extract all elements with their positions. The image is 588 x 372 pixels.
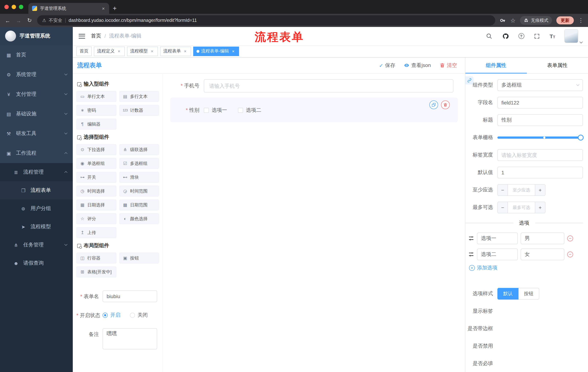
component-switch[interactable]: ⊶开关 [76,172,116,183]
sidebar-item-devtools[interactable]: ⚒ 研发工具 [0,124,73,143]
save-button[interactable]: ✓ 保存 [379,62,395,69]
font-size-icon[interactable]: TT [550,33,555,39]
drag-handle-icon[interactable] [468,252,474,257]
component-date-picker[interactable]: ▦日期选择 [76,200,116,210]
tab-close-icon[interactable]: × [100,6,106,11]
sidebar-item-task-mgmt[interactable]: ⋔ 任务管理 [0,236,73,254]
component-time-picker[interactable]: ◷时间选择 [76,186,116,197]
status-on-radio[interactable]: 开启 [103,312,120,319]
sidebar-item-process-form[interactable]: ❐ 流程表单 [0,181,73,200]
copy-field-button[interactable] [429,100,438,109]
tab-form-props[interactable]: 表单属性 [527,57,588,73]
security-label[interactable]: 不安全 [49,17,63,23]
component-checkbox-group[interactable]: ☑多选框组 [119,158,159,169]
component-time-range[interactable]: ◶时间范围 [119,186,159,197]
zoom-window-button[interactable] [19,5,23,9]
grid-slider[interactable] [497,132,583,143]
hamburger-icon[interactable] [79,34,85,38]
slider-track[interactable] [497,137,583,139]
browser-update-button[interactable]: 更新 [556,16,574,24]
option2-value-input[interactable] [521,249,564,260]
sidebar-item-process-mgmt[interactable]: ≣ 流程管理 [0,163,73,181]
tag-process-definition[interactable]: 流程定义 × [94,46,125,56]
clear-button[interactable]: 清空 [440,62,457,69]
component-slider[interactable]: ⊷滑块 [119,172,159,183]
add-option-button[interactable]: + 添加选项 [469,265,583,271]
tag-process-form[interactable]: 流程表单 × [160,46,191,56]
browser-tab[interactable]: 芋道管理系统 × [28,3,109,14]
user-menu[interactable] [564,29,582,43]
link-icon[interactable] [465,76,473,85]
tag-process-form-edit[interactable]: 流程表单-编辑 × [193,46,239,56]
close-icon[interactable]: × [149,49,155,54]
remark-textarea[interactable]: 嘿嘿 [103,328,157,350]
label-width-input[interactable] [497,149,583,161]
tag-process-model[interactable]: 流程模型 × [127,46,158,56]
gender-option2-checkbox[interactable]: 选项二 [238,107,261,114]
address-bar[interactable]: ⚠ 不安全 | dashboard.yudao.iocoder.cn/bpm/m… [37,15,495,25]
close-window-button[interactable] [4,5,9,9]
sidebar-item-home[interactable]: ▦ 首页 [0,45,73,65]
delete-field-button[interactable] [441,100,450,109]
component-single-text[interactable]: ▭单行文本 [76,91,116,102]
component-rate[interactable]: ☆评分 [76,213,116,224]
plus-button[interactable]: + [535,185,545,195]
option1-label-input[interactable] [477,233,518,244]
sidebar-item-payment[interactable]: ¥ 支付管理 [0,85,73,104]
bookmark-star-icon[interactable]: ☆ [510,17,515,24]
plus-button[interactable]: + [535,202,545,213]
view-json-button[interactable]: 查看json [404,62,431,69]
status-off-radio[interactable]: 关闭 [130,312,148,319]
remove-option-icon[interactable]: − [567,252,573,257]
component-date-range[interactable]: ▩日期范围 [119,200,159,210]
sidebar-item-infra[interactable]: ▤ 基础设施 [0,104,73,124]
component-radio-group[interactable]: ◉单选框组 [76,158,116,169]
title-input[interactable] [497,114,583,126]
help-icon[interactable]: ? [518,33,524,39]
drag-handle-icon[interactable] [468,235,474,241]
option2-label-input[interactable] [477,249,518,260]
component-multi-text[interactable]: ▤多行文本 [119,91,159,102]
component-color-picker[interactable]: ◐颜色选择 [119,213,159,224]
close-icon[interactable]: × [183,49,188,54]
field-phone[interactable]: 手机号 [170,79,458,93]
sidebar-item-system[interactable]: ⚙ 系统管理 [0,65,73,85]
style-button-button[interactable]: 按钮 [518,288,539,299]
new-tab-button[interactable]: + [109,5,120,14]
minus-button[interactable]: − [498,185,508,195]
url-text[interactable]: dashboard.yudao.iocoder.cn/bpm/manager/f… [69,18,197,23]
component-counter[interactable]: 123计数器 [119,105,159,116]
slider-handle[interactable] [578,135,584,140]
component-table[interactable]: ⊞表格[开发中] [76,266,116,277]
min-select-input[interactable] [508,185,535,195]
remove-option-icon[interactable]: − [567,235,573,241]
option1-value-input[interactable] [521,233,564,244]
component-button[interactable]: ▣按钮 [119,253,159,264]
phone-input[interactable] [204,79,453,93]
gender-option1-checkbox[interactable]: 选项一 [204,107,227,114]
form-name-input[interactable] [103,290,157,302]
forward-icon[interactable]: → [15,17,22,23]
sidebar-item-workflow[interactable]: ▣ 工作流程 [0,143,73,163]
field-name-input[interactable] [497,97,583,108]
close-icon[interactable]: × [231,49,236,54]
minus-button[interactable]: − [498,202,508,213]
default-value-input[interactable] [497,167,583,178]
fullscreen-icon[interactable] [533,32,541,40]
sidebar-item-process-model[interactable]: ➤ 流程模型 [0,218,73,236]
component-cascader[interactable]: ⋔级联选择 [119,144,159,155]
browser-menu-icon[interactable]: ⋮ [578,17,584,24]
component-password[interactable]: ∗密码 [76,105,116,116]
component-type-select[interactable]: 多选框组 [497,79,583,91]
tab-component-props[interactable]: 组件属性 [465,57,527,73]
component-select[interactable]: ⊙下拉选择 [76,144,116,155]
close-icon[interactable]: × [116,49,122,54]
breadcrumb-home[interactable]: 首页 [91,33,101,39]
key-icon[interactable] [499,17,506,24]
max-select-input[interactable] [508,202,535,213]
sidebar-item-user-group[interactable]: ⊚ 用户分组 [0,200,73,218]
github-icon[interactable] [502,32,509,40]
minimize-window-button[interactable] [12,5,16,9]
avatar[interactable] [564,29,578,43]
search-icon[interactable] [486,32,493,40]
